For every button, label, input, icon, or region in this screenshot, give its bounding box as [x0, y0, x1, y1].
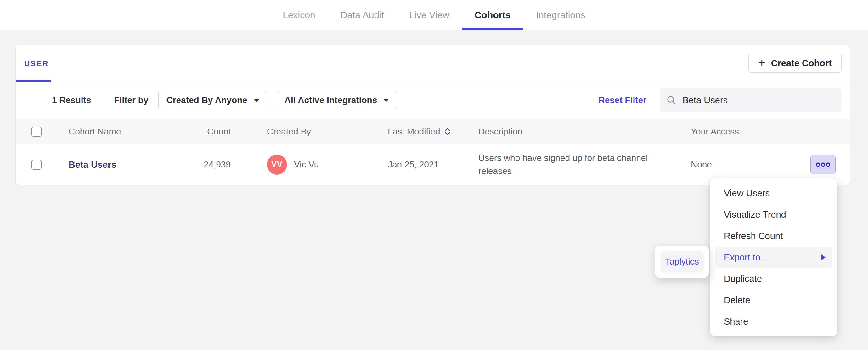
avatar: VV: [267, 154, 287, 175]
col-cohort-name: Cohort Name: [69, 127, 121, 137]
sort-icon[interactable]: [444, 128, 451, 136]
menu-item-export-to-label: Export to...: [724, 252, 768, 262]
chevron-down-icon: [383, 99, 389, 102]
create-cohort-button[interactable]: + Create Cohort: [748, 54, 842, 73]
row-checkbox[interactable]: [31, 160, 41, 170]
submenu-item-taplytics[interactable]: Taplytics: [660, 251, 704, 273]
created-by-dropdown[interactable]: Created By Anyone: [158, 91, 267, 109]
nav-tab-data-audit[interactable]: Data Audit: [328, 0, 397, 30]
search-input[interactable]: [682, 95, 835, 106]
integrations-dropdown[interactable]: All Active Integrations: [277, 91, 397, 109]
col-description: Description: [478, 127, 522, 137]
row-actions-button[interactable]: [810, 155, 836, 174]
menu-item-delete[interactable]: Delete: [710, 289, 837, 311]
row-actions-menu: View Users Visualize Trend Refresh Count…: [710, 178, 837, 336]
filter-by-label: Filter by: [114, 95, 149, 105]
creator-name: Vic Vu: [294, 160, 319, 170]
cohort-name-link[interactable]: Beta Users: [69, 159, 117, 170]
integrations-dropdown-label: All Active Integrations: [284, 95, 377, 105]
search-box[interactable]: [660, 88, 842, 112]
cohort-count: 24,939: [154, 160, 231, 170]
menu-item-refresh-count[interactable]: Refresh Count: [710, 225, 837, 247]
select-all-checkbox[interactable]: [31, 127, 41, 137]
card-header: USER + Create Cohort: [16, 45, 850, 81]
nav-tab-lexicon[interactable]: Lexicon: [270, 0, 328, 30]
col-last-modified-label: Last Modified: [388, 127, 440, 137]
col-created-by: Created By: [267, 127, 311, 137]
created-by-dropdown-label: Created By Anyone: [166, 95, 247, 105]
tab-user[interactable]: USER: [24, 59, 49, 68]
access-value: None: [691, 160, 712, 170]
plus-icon: +: [758, 57, 765, 69]
nav-tab-integrations[interactable]: Integrations: [523, 0, 598, 30]
cohort-description: Users who have signed up for beta channe…: [478, 151, 667, 178]
last-modified-date: Jan 25, 2021: [388, 160, 439, 170]
ellipsis-icon: [815, 162, 831, 167]
create-cohort-label: Create Cohort: [771, 58, 832, 69]
submenu-arrow-icon: [822, 254, 826, 260]
menu-item-visualize-trend[interactable]: Visualize Trend: [710, 204, 837, 225]
search-icon: [666, 95, 676, 106]
menu-item-duplicate[interactable]: Duplicate: [710, 268, 837, 289]
table-header: Cohort Name Count Created By Last Modifi…: [16, 119, 850, 144]
reset-filter-link[interactable]: Reset Filter: [598, 95, 647, 105]
menu-item-view-users[interactable]: View Users: [710, 182, 837, 204]
menu-item-export-to[interactable]: Export to...: [715, 247, 832, 268]
top-nav: Lexicon Data Audit Live View Cohorts Int…: [0, 0, 868, 31]
chevron-down-icon: [254, 99, 259, 102]
col-count: Count: [154, 127, 231, 137]
divider: [102, 93, 103, 107]
nav-tab-cohorts[interactable]: Cohorts: [462, 0, 523, 30]
col-your-access: Your Access: [691, 127, 739, 137]
export-submenu: Taplytics: [655, 246, 709, 278]
filter-bar: 1 Results Filter by Created By Anyone Al…: [16, 81, 850, 119]
results-count: 1 Results: [52, 95, 91, 105]
col-last-modified[interactable]: Last Modified: [388, 127, 451, 137]
cohorts-page: Lexicon Data Audit Live View Cohorts Int…: [0, 0, 868, 350]
menu-item-share[interactable]: Share: [710, 311, 837, 332]
nav-tab-live-view[interactable]: Live View: [397, 0, 462, 30]
cohorts-card: USER + Create Cohort 1 Results Filter by…: [16, 45, 850, 185]
